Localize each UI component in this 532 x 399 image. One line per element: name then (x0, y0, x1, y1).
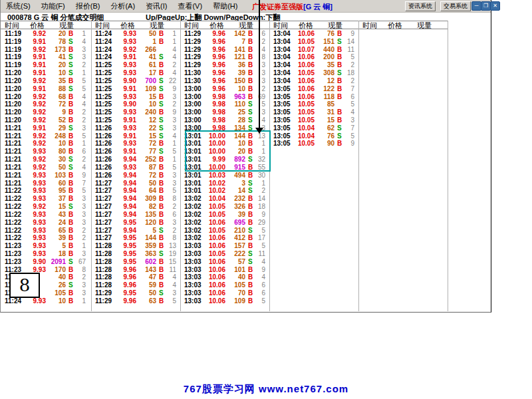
cell-volume: 87 (136, 164, 156, 172)
cell-time: 11:24 (5, 297, 25, 305)
trade-row: 13:0310.06157B5 (182, 242, 271, 250)
column-group-header: 时间价格现量 (182, 21, 271, 29)
column-group-header: 时间价格现量 (360, 21, 449, 29)
cell-time: 11:30 (184, 69, 204, 77)
cell-count: 5 (72, 132, 86, 140)
cell-time: 11:28 (95, 250, 115, 258)
cell-price: 10.04 (292, 124, 315, 132)
cell-price: 9.93 (114, 124, 136, 132)
cell-volume: 20 (46, 61, 66, 69)
cell-price: 9.90 (114, 77, 136, 85)
cell-volume: 359 (136, 242, 156, 250)
trade-system-button[interactable]: 交易系统 (440, 1, 471, 11)
trade-row: 11:199.9120S2 (2, 61, 91, 69)
trade-row: 11:259.90700S22 (92, 77, 182, 85)
cell-count: 4 (162, 132, 176, 140)
cell-time: 13:05 (273, 85, 293, 93)
cell-volume: 232 (225, 195, 245, 203)
cell-count: 22 (162, 77, 176, 85)
cell-volume: 25 (225, 108, 245, 116)
trade-row: 13:0310.06105B6 (182, 281, 271, 289)
cell-time: 13:05 (273, 116, 293, 124)
cell-price: 10.04 (203, 195, 225, 203)
minimize-button[interactable]: ─ (471, 1, 481, 11)
trade-row: 13:0110.03494B30 (182, 172, 271, 180)
info-system-button[interactable]: 资讯系统 (405, 1, 436, 11)
cell-count: 9 (72, 172, 86, 180)
trade-row: 11:229.9337B3 (2, 195, 91, 203)
cell-time: 11:25 (95, 100, 115, 108)
cell-count: 4 (251, 273, 265, 281)
cell-price: 9.90 (114, 100, 136, 108)
cell-count: 1 (72, 30, 86, 38)
menu-item-0[interactable]: 系统(S) (1, 0, 36, 12)
trade-row: 11:239.902091S67 (2, 258, 91, 266)
cell-price: 9.96 (203, 77, 225, 85)
cell-time: 11:22 (5, 211, 25, 219)
menu-item-1[interactable]: 功能(F) (36, 0, 70, 12)
cell-volume: 28 (225, 116, 245, 124)
callout-number-box: 8 (9, 273, 40, 298)
cell-volume: 40 (225, 273, 245, 281)
cell-time: 11:26 (95, 156, 115, 164)
cell-price: 10.06 (203, 242, 225, 250)
cell-price: 10.06 (292, 61, 315, 69)
trade-row: 11:229.9324B3 (2, 219, 91, 227)
cell-count: 8 (162, 195, 176, 203)
cell-price: 9.93 (114, 38, 136, 46)
cell-price: 9.92 (23, 132, 46, 140)
trade-row: 11:259.93240B9 (92, 108, 182, 116)
cell-price: 10.05 (292, 38, 315, 46)
cell-price: 9.96 (203, 85, 225, 93)
trade-row: 11:269.9372B1 (92, 140, 182, 148)
cell-volume: 3 (225, 180, 245, 188)
menu-item-5[interactable]: 查看(V) (172, 0, 207, 12)
cell-count: 6 (251, 289, 265, 297)
cell-volume: 12 (315, 77, 334, 85)
cell-count: 3 (162, 172, 176, 180)
cell-count: 2 (162, 227, 176, 235)
cell-count: 4 (162, 46, 176, 54)
cell-volume: 695 (225, 219, 245, 227)
menu-item-2[interactable]: 报价(B) (70, 0, 106, 12)
cell-count: 4 (72, 93, 86, 101)
cell-time: 11:29 (184, 30, 204, 38)
trade-row: 13:0410.0612B2 (271, 77, 360, 85)
cell-time: 11:26 (95, 148, 115, 156)
menu-item-3[interactable]: 分析(A) (105, 0, 140, 12)
trade-row: 11:259.9361B2 (92, 61, 182, 69)
cell-time: 11:20 (5, 108, 25, 116)
cell-price: 9.93 (23, 234, 46, 242)
cell-volume: 309 (136, 195, 156, 203)
cell-time: 11:20 (5, 100, 25, 108)
cell-price: 9.96 (203, 46, 225, 54)
cell-volume: 59 (136, 281, 156, 289)
header-volume: 现量 (150, 21, 164, 31)
cell-price: 9.93 (23, 148, 46, 156)
cell-count: 4 (72, 100, 86, 108)
cell-price: 9.92 (23, 140, 46, 148)
cell-volume: 121 (225, 53, 245, 61)
cell-count: 4 (340, 108, 354, 116)
cell-time: 11:21 (5, 164, 25, 172)
cell-time: 11:27 (95, 195, 115, 203)
cell-count: 2 (72, 156, 86, 164)
cell-time: 11:25 (95, 108, 115, 116)
cell-count: 11 (251, 250, 265, 258)
cell-volume: 40 (46, 273, 66, 281)
close-button[interactable]: ✕ (490, 1, 500, 11)
cell-count: 2 (72, 61, 86, 69)
menu-item-4[interactable]: 资讯(I) (140, 0, 172, 12)
cell-price: 9.96 (114, 266, 136, 274)
cell-volume: 173 (46, 46, 66, 54)
cell-time: 13:01 (184, 187, 204, 195)
column-separator (180, 21, 181, 311)
restore-button[interactable]: ❐ (481, 1, 491, 11)
cell-time: 11:20 (5, 116, 25, 124)
menu-item-6[interactable]: 帮助(H) (207, 0, 243, 12)
trade-row: 13:009.9610B2 (182, 85, 271, 93)
cell-volume: 80 (46, 148, 66, 156)
cell-price: 9.93 (114, 30, 136, 38)
cell-time: 13:04 (273, 46, 293, 54)
cell-count: 13 (162, 242, 176, 250)
